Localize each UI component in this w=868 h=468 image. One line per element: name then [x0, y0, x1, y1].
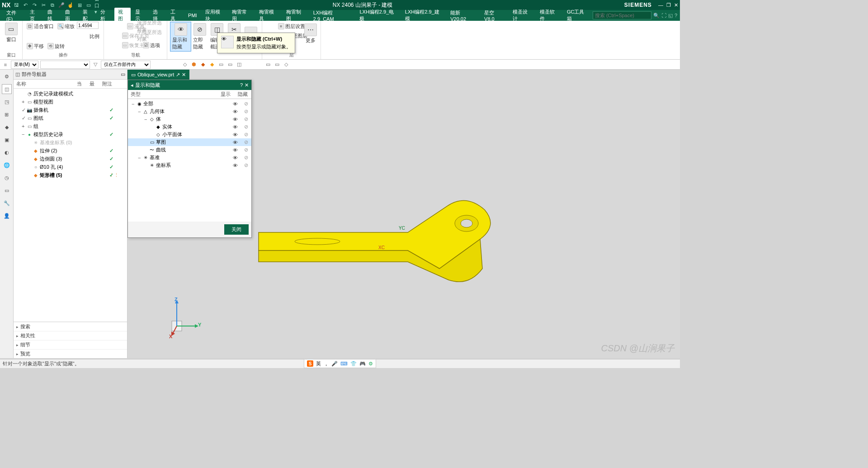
show-icon[interactable]: 👁: [230, 124, 241, 130]
hide-icon[interactable]: ⊘: [241, 155, 251, 161]
graphics-viewport[interactable]: ▭ Oblique_view.prt ↗ ✕ ◂ 显示和隐藏 ? ✕ 类型 显示…: [127, 70, 680, 358]
ime-lang[interactable]: 英: [316, 360, 321, 367]
tree-row[interactable]: ◆拉伸 (2)✓: [14, 147, 127, 155]
sel-i5[interactable]: ▭: [217, 61, 225, 68]
sel-i1[interactable]: ◇: [181, 61, 189, 68]
show-hide-button[interactable]: 👁显示和隐藏: [170, 22, 191, 52]
tree-row[interactable]: ✓▭图纸✓: [14, 114, 127, 122]
tab-close-icon[interactable]: ✕: [182, 72, 186, 78]
dialog-row[interactable]: −◇体👁⊘: [128, 115, 251, 123]
show-icon[interactable]: 👁: [230, 140, 241, 145]
dialog-help-icon[interactable]: ?: [240, 82, 243, 88]
tree-row[interactable]: +▭模型视图: [14, 98, 127, 106]
close-icon[interactable]: ✕: [674, 2, 678, 8]
hide-icon[interactable]: ⊘: [241, 132, 251, 137]
tree-row[interactable]: +▭组: [14, 122, 127, 130]
hide-icon[interactable]: ⊘: [241, 139, 251, 145]
mic-icon[interactable]: 🎤: [58, 2, 65, 8]
settings-icon[interactable]: ⚙: [2, 71, 12, 81]
sel-i2[interactable]: ⬢: [190, 61, 198, 68]
cube-icon[interactable]: ▣: [2, 135, 12, 145]
nav-section[interactable]: 细节: [14, 340, 127, 349]
window-dropdown[interactable]: 窗口▾: [94, 2, 101, 8]
show-icon[interactable]: 👁: [230, 155, 241, 161]
history-icon[interactable]: ◷: [2, 173, 12, 183]
menu-icon[interactable]: ≡: [2, 61, 9, 68]
menu-18[interactable]: 能新 V20.02: [447, 9, 480, 23]
copy-icon[interactable]: ⧉: [49, 2, 56, 8]
restore-icon[interactable]: ❐: [666, 2, 671, 8]
sel-i10[interactable]: ◇: [283, 61, 290, 68]
dialog-row[interactable]: ◇小平面体👁⊘: [128, 131, 251, 138]
tab-ext-icon[interactable]: ↗: [176, 72, 180, 78]
undo-icon[interactable]: ↶: [22, 2, 28, 8]
layer-more[interactable]: ⋯更多: [302, 23, 319, 45]
dialog-row[interactable]: ▭草图👁⊘: [128, 138, 251, 146]
sel-i7[interactable]: ◫: [236, 61, 243, 68]
layout-icon[interactable]: ▭: [85, 2, 92, 8]
fullscreen-icon[interactable]: ⛶: [661, 13, 666, 18]
tree-row[interactable]: ○Ø10 孔 (4)✓: [14, 163, 127, 171]
menu-dropdown[interactable]: 菜单(M): [11, 61, 38, 69]
scale-button[interactable]: 比例: [25, 32, 101, 41]
dialog-row[interactable]: ◆实体👁⊘: [128, 123, 251, 131]
hide-icon[interactable]: ⊘: [241, 109, 251, 114]
hide-icon[interactable]: ⊘: [241, 147, 251, 153]
part-nav-icon[interactable]: ◫: [2, 84, 12, 94]
command-search[interactable]: [593, 11, 651, 19]
constraint-icon[interactable]: ⊞: [2, 109, 12, 119]
cut-icon[interactable]: ✂: [40, 2, 47, 8]
fit-window[interactable]: ⊡适合窗口: [25, 22, 55, 31]
redo-icon[interactable]: ↷: [31, 2, 38, 8]
reuse-icon[interactable]: ◆: [2, 122, 12, 132]
zoom-button[interactable]: 🔍缩放: [56, 22, 76, 31]
sel-i6[interactable]: ▭: [226, 61, 234, 68]
show-icon[interactable]: 👁: [230, 117, 241, 122]
save-icon[interactable]: 🖫: [13, 2, 19, 8]
hide-icon[interactable]: ⊘: [241, 162, 251, 168]
hide-icon[interactable]: ⊘: [241, 116, 251, 122]
dialog-row[interactable]: 〜曲线👁⊘: [128, 146, 251, 154]
show-icon[interactable]: 👁: [230, 132, 241, 137]
hide-icon[interactable]: ⊘: [241, 124, 251, 130]
dialog-row[interactable]: −✳基准👁⊘: [128, 154, 251, 161]
maximize-icon[interactable]: ◱: [668, 13, 673, 19]
dialog-titlebar[interactable]: ◂ 显示和隐藏 ? ✕: [128, 80, 251, 90]
model-geometry[interactable]: [254, 196, 498, 296]
nav-pin-icon[interactable]: ▭: [121, 71, 125, 77]
pan-button[interactable]: ✥平移: [25, 42, 45, 51]
menu-15[interactable]: LXH编程2.9_CAM: [310, 9, 355, 23]
nav-section[interactable]: 相关性: [14, 331, 127, 340]
ime-toolbar[interactable]: S 英 ， 🎤 ⌨ 👕 🎮 ⚙: [304, 359, 376, 368]
tree-row[interactable]: ✓📷摄像机✓: [14, 106, 127, 114]
ime-mic-icon[interactable]: 🎤: [331, 361, 338, 367]
assembly-nav-icon[interactable]: ◳: [2, 97, 12, 107]
hd3d-icon[interactable]: ◐: [2, 147, 12, 157]
minimize-icon[interactable]: —: [658, 2, 663, 8]
menu-10[interactable]: PMI: [184, 12, 201, 19]
sel-i3[interactable]: ◆: [199, 61, 207, 68]
back-icon[interactable]: ◂: [131, 82, 133, 88]
tree-row[interactable]: ✳基准坐标系 (0): [14, 138, 127, 147]
show-icon[interactable]: 👁: [230, 109, 241, 114]
rotate-button[interactable]: ⟲旋转: [46, 42, 66, 51]
tools-icon[interactable]: 🔧: [2, 198, 12, 208]
dialog-row[interactable]: −△几何体👁⊘: [128, 108, 251, 115]
search-icon[interactable]: 🔍: [653, 13, 660, 19]
nav-section[interactable]: 搜索: [14, 322, 127, 331]
nav-section[interactable]: 预览: [14, 349, 127, 358]
ime-set-icon[interactable]: ⚙: [368, 361, 373, 367]
help-icon[interactable]: ?: [675, 13, 677, 18]
show-icon[interactable]: 👁: [230, 147, 241, 153]
view-triad[interactable]: Z Y X: [159, 298, 200, 340]
sogou-icon[interactable]: S: [307, 360, 313, 367]
nav-options[interactable]: ☑选项: [136, 41, 167, 50]
window-button[interactable]: ▭窗口: [3, 22, 19, 44]
dialog-close-icon[interactable]: ✕: [245, 82, 249, 88]
tree-row[interactable]: ◔历史记录建模模式: [14, 90, 127, 98]
dialog-row[interactable]: ✳坐标系👁⊘: [128, 161, 251, 169]
roles-icon[interactable]: ▭: [2, 185, 12, 195]
ime-skin-icon[interactable]: 👕: [350, 361, 357, 367]
tab-oblique-view[interactable]: ▭ Oblique_view.prt ↗ ✕: [127, 70, 189, 80]
web-icon[interactable]: 🌐: [2, 160, 12, 170]
